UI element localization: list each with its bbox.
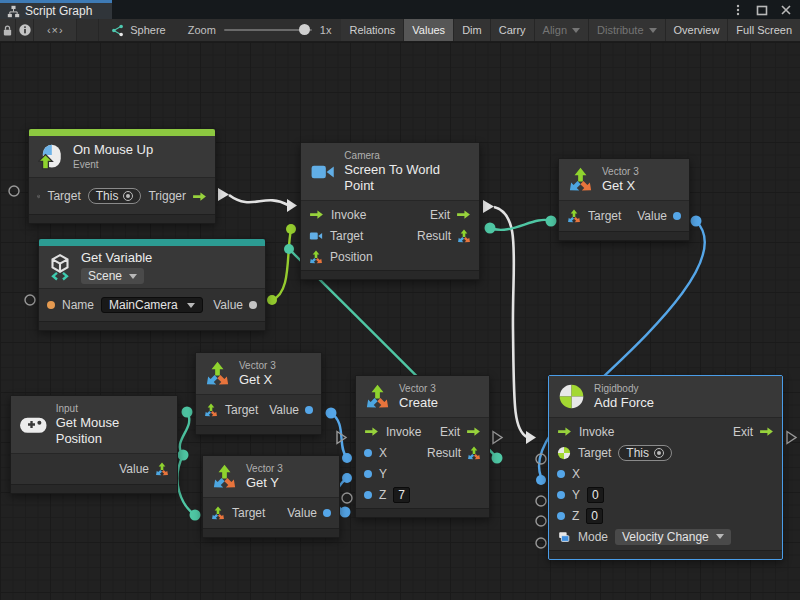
input-icon (20, 411, 47, 438)
zoom-value: 1x (320, 24, 332, 36)
value-label: Value (119, 462, 149, 476)
result-label: Result (427, 446, 461, 460)
code-view-button[interactable]: ‹×› (34, 19, 77, 41)
vector3-icon (467, 446, 481, 460)
node-title: On Mouse Up (73, 142, 153, 158)
y-label: Y (572, 488, 580, 502)
node-category: Vector 3 (399, 382, 438, 395)
y-label: Y (379, 467, 387, 481)
flow-arrow-icon (456, 209, 471, 220)
mode-dropdown[interactable]: Velocity Change (615, 529, 731, 545)
inspect-button[interactable] (16, 19, 34, 41)
fullscreen-button[interactable]: Full Screen (728, 19, 800, 41)
node-footer (549, 550, 782, 559)
node-get-x-mid[interactable]: Vector 3 Get X Target Value (195, 352, 322, 435)
graph-root-icon (111, 24, 124, 37)
vector3-icon (205, 361, 230, 386)
flow-arrow-icon (192, 191, 207, 202)
float-port-dot (673, 212, 681, 220)
result-label: Result (417, 229, 451, 243)
node-footer (203, 528, 339, 537)
object-picker-icon (654, 448, 664, 458)
close-icon (780, 4, 792, 16)
code-view-icon: ‹×› (47, 24, 64, 36)
overview-button[interactable]: Overview (666, 19, 729, 41)
target-this-pill[interactable]: This (618, 445, 672, 461)
flow-arrow-icon (759, 426, 774, 437)
lock-button[interactable] (0, 19, 16, 41)
z-label: Z (379, 488, 386, 502)
node-footer (11, 484, 177, 493)
target-label: Target (578, 446, 611, 460)
value-label: Value (213, 298, 243, 312)
chevron-down-icon (649, 28, 657, 33)
mode-label: Mode (578, 530, 608, 544)
chevron-down-icon (187, 303, 195, 308)
info-icon (18, 23, 32, 37)
flow-arrow-icon (557, 426, 572, 437)
target-this-pill[interactable]: This (88, 188, 142, 204)
graph-name: Sphere (130, 24, 165, 36)
carry-button[interactable]: Carry (491, 19, 535, 41)
kebab-menu-icon (732, 4, 744, 16)
vector3-icon (365, 384, 390, 409)
value-label: Value (269, 403, 299, 417)
vector3-icon (212, 464, 237, 489)
zoom-slider-handle[interactable] (299, 24, 310, 35)
graph-breadcrumb[interactable]: Sphere (99, 19, 177, 41)
node-get-variable[interactable]: Get Variable Scene Name MainCamera Value (38, 238, 266, 331)
distribute-dropdown[interactable]: Distribute (589, 19, 665, 41)
exit-label: Exit (430, 208, 450, 222)
variable-colorbar (39, 239, 265, 246)
z-value-field[interactable]: 7 (393, 487, 410, 503)
window-menu-button[interactable] (730, 2, 746, 18)
node-title: Get Mouse Position (56, 415, 168, 447)
variable-name-dropdown[interactable]: MainCamera (101, 297, 203, 313)
rigidbody-icon (558, 383, 585, 410)
lock-icon (1, 24, 14, 37)
object-picker-icon (123, 191, 133, 201)
zoom-label: Zoom (188, 24, 216, 36)
float-port-dot (305, 406, 313, 414)
window-maximize-button[interactable] (754, 2, 770, 18)
chevron-down-icon (572, 28, 580, 33)
node-get-y[interactable]: Vector 3 Get Y Target Value (202, 455, 340, 538)
flow-arrow-icon (309, 209, 324, 220)
node-get-x-top[interactable]: Vector 3 Get X Target Value (558, 158, 690, 241)
window-close-button[interactable] (778, 2, 794, 18)
mode-value: Velocity Change (622, 530, 709, 544)
variable-icon (48, 254, 72, 281)
flow-arrow-icon (466, 426, 481, 437)
z-value-field[interactable]: 0 (586, 508, 603, 524)
rigidbody-type-icon (557, 446, 571, 460)
node-category: Camera (344, 149, 470, 162)
tab-script-graph[interactable]: Script Graph (0, 0, 112, 19)
graph-toolbar: ‹×› Sphere Zoom 1x Relations Values Dim … (0, 19, 800, 42)
align-dropdown[interactable]: Align (535, 19, 589, 41)
z-label: Z (572, 509, 579, 523)
node-on-mouse-up[interactable]: On Mouse Up Event Target This Trigger (28, 128, 216, 224)
invoke-label: Invoke (386, 425, 421, 439)
float-port-dot (364, 491, 372, 499)
enum-icon (557, 530, 571, 544)
relations-button[interactable]: Relations (341, 19, 404, 41)
target-label: Target (47, 189, 80, 203)
zoom-slider[interactable] (224, 29, 312, 31)
node-vector3-create[interactable]: Vector 3 Create Invoke Exit X Result Y (355, 375, 490, 518)
y-value-field[interactable]: 0 (587, 487, 604, 503)
node-get-mouse-position[interactable]: Input Get Mouse Position Value (10, 395, 178, 494)
node-add-force[interactable]: Rigidbody Add Force Invoke Exit Target T… (548, 375, 783, 560)
node-footer (301, 270, 479, 279)
chevron-down-icon (716, 534, 724, 539)
node-title: Get Variable (81, 250, 152, 266)
variable-scope-dropdown[interactable]: Scene (81, 268, 144, 284)
values-button[interactable]: Values (404, 19, 454, 41)
invoke-label: Invoke (331, 208, 366, 222)
flow-arrow-icon (364, 426, 379, 437)
vector3-icon (204, 403, 218, 417)
dim-button[interactable]: Dim (454, 19, 491, 41)
camera-icon (310, 159, 335, 185)
target-value: This (96, 189, 119, 203)
float-port-dot (557, 512, 565, 520)
node-screen-to-world-point[interactable]: Camera Screen To World Point Invoke Exit… (300, 142, 480, 280)
